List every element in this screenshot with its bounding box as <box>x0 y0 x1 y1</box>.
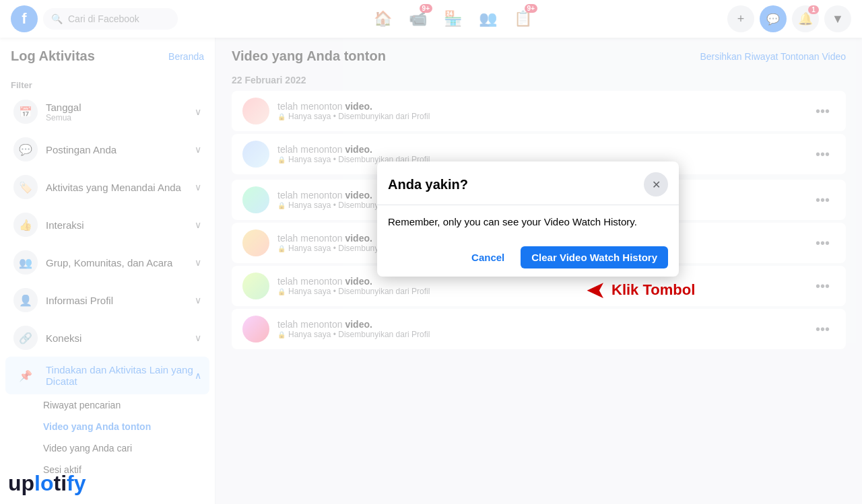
watermark-fy: fy <box>67 471 86 495</box>
modal-close-btn[interactable]: ✕ <box>644 172 668 196</box>
klik-tombol-label: Klik Tombol <box>611 281 695 299</box>
clear-history-button[interactable]: Clear Video Watch History <box>521 246 668 268</box>
modal-body: Remember, only you can see your Video Wa… <box>377 205 679 238</box>
modal-title: Anda yakin? <box>388 177 468 192</box>
modal-footer: Cancel Clear Video Watch History <box>377 238 679 277</box>
cancel-button[interactable]: Cancel <box>461 246 515 268</box>
watermark-lo: lo <box>34 471 53 495</box>
modal-header: Anda yakin? ✕ <box>377 161 679 205</box>
watermark: uplotify <box>8 471 86 496</box>
confirmation-modal: Anda yakin? ✕ Remember, only you can see… <box>377 161 679 277</box>
modal-overlay: Anda yakin? ✕ Remember, only you can see… <box>0 0 862 504</box>
arrow-annotation: ➤ Klik Tombol <box>586 276 695 304</box>
watermark-ti: ti <box>54 471 67 495</box>
arrow-icon: ➤ <box>586 276 606 304</box>
watermark-up: up <box>8 471 34 495</box>
